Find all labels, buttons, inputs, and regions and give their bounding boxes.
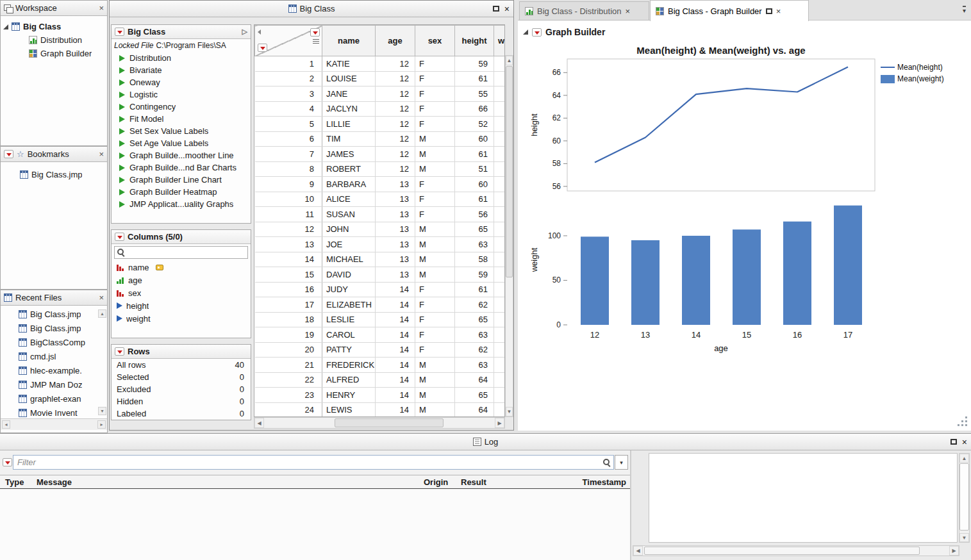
vscroll-thumb[interactable] [506,66,513,277]
column-item-age[interactable]: age [112,274,251,286]
scroll-down-icon[interactable]: ▼ [959,533,969,542]
log-col-message[interactable]: Message [37,477,72,487]
recent-file-item[interactable]: Movie Invent [1,406,108,417]
red-triangle-icon[interactable] [115,233,124,241]
table-script[interactable]: Fit Model [112,113,251,125]
rows-stat[interactable]: Selected 0 [112,371,251,383]
log-col-result[interactable]: Result [461,477,486,487]
log-col-origin[interactable]: Origin [424,477,448,487]
table-script[interactable]: Set Sex Value Labels [112,125,251,137]
grid-row[interactable]: 6TIM12M60 [255,131,506,147]
grid-row[interactable]: 18LESLIE14F65 [255,312,506,327]
log-hscrollbar[interactable]: ◀ ▶ [633,545,959,556]
grid-row[interactable]: 23HENRY14M65 [255,388,506,403]
table-script[interactable]: Graph Builde...nd Bar Charts [112,161,251,174]
column-item-sex[interactable]: sex [112,286,251,299]
grid-row[interactable]: 3JANE12F55 [255,86,506,102]
sidebar-hscrollbar[interactable]: ◂ ▸ [1,418,107,430]
red-triangle-icon[interactable] [310,28,320,37]
table-script[interactable]: Graph Builder Line Chart [112,174,251,186]
workspace-root-item[interactable]: Big Class [1,20,107,33]
tab-distribution[interactable]: Big Class - Distribution × [519,1,649,21]
filter-dropdown-button[interactable]: ▾ [615,455,628,470]
table-script[interactable]: Logistic [112,88,251,101]
grid-row[interactable]: 19CAROL14F63 [255,327,506,343]
scroll-left-icon[interactable]: ◀ [254,418,264,428]
log-titlebar[interactable]: Log × [0,434,971,450]
scroll-right-icon[interactable]: ▸ [97,420,106,429]
red-triangle-icon[interactable] [258,44,267,52]
maximize-tab-icon[interactable] [766,8,772,14]
tab-graph-builder[interactable]: Big Class - Graph Builder × [650,0,809,21]
log-filter-input[interactable] [13,455,614,470]
grid-col-age[interactable]: age [376,26,415,56]
scroll-up-icon[interactable]: ▲ [506,56,513,65]
grid-corner[interactable] [255,26,322,56]
columns-search-input[interactable] [128,248,245,258]
table-script[interactable]: Distribution [112,52,251,64]
red-triangle-icon[interactable] [4,150,13,158]
vscroll-thumb[interactable] [959,463,969,531]
red-triangle-icon[interactable] [115,347,124,356]
scroll-left-icon[interactable]: ◀ [633,546,643,556]
table-script[interactable]: Bivariate [112,64,251,76]
grid-col-w[interactable]: w [494,26,506,56]
maximize-icon[interactable] [493,6,499,12]
column-item-name[interactable]: name [112,261,251,274]
table-script[interactable]: Oneway [112,76,251,88]
close-icon[interactable]: × [99,149,104,159]
red-triangle-icon[interactable] [115,28,124,36]
rows-stat[interactable]: Excluded 0 [112,383,251,395]
grid-row[interactable]: 15DAVID13M59 [255,267,506,283]
red-triangle-icon[interactable] [3,458,12,466]
grid-row[interactable]: 24LEWIS14M64 [255,402,506,417]
workspace-item[interactable]: Distribution [1,33,107,47]
hscroll-thumb[interactable] [335,418,444,427]
recent-file-item[interactable]: Big Class.jmp [1,321,108,335]
table-script[interactable]: Set Age Value Labels [112,137,251,149]
grid-row[interactable]: 17ELIZABETH14F62 [255,297,506,313]
recent-file-item[interactable]: graphlet-exan [1,391,108,406]
grid-row[interactable]: 10ALICE13F61 [255,192,506,207]
grid-row[interactable]: 9BARBARA13F60 [255,177,506,192]
expand-triangle-icon[interactable] [3,24,8,29]
log-col-type[interactable]: Type [5,477,24,487]
grid-col-height[interactable]: height [455,26,494,56]
close-icon[interactable]: × [99,293,104,302]
scroll-down-icon[interactable]: ▾ [98,407,106,415]
scroll-down-icon[interactable]: ▼ [506,407,513,416]
close-tab-icon[interactable]: × [626,6,631,16]
grid-row[interactable]: 8ROBERT12M51 [255,161,506,177]
grid-vscrollbar[interactable]: ▲ ▼ [505,55,513,417]
grid-row[interactable]: 22ALFRED14M64 [255,372,506,388]
table-script[interactable]: JMP Applicat...uality Graphs [112,198,251,210]
grid-row[interactable]: 16JUDY14F61 [255,282,506,297]
column-item-height[interactable]: height [112,299,251,312]
collapse-left-icon[interactable] [258,29,261,35]
recent-file-item[interactable]: JMP Man Doz [1,377,108,391]
table-script[interactable]: Graph Builder Heatmap [112,186,251,198]
grid-row[interactable]: 20PATTY14F62 [255,342,506,358]
log-col-timestamp[interactable]: Timestamp [583,477,626,487]
columns-search-box[interactable] [114,246,248,259]
rows-stat[interactable]: Hidden 0 [112,395,251,408]
recent-file-item[interactable]: BigClassComp [1,335,108,349]
recent-file-item[interactable]: hlec-example. [1,363,108,377]
grid-row[interactable]: 7JAMES12M61 [255,147,506,162]
table-script[interactable]: Graph Builde...moother Line [112,149,251,161]
table-script[interactable]: Contingency [112,101,251,113]
tab-list-icon[interactable]: ▾ [963,6,966,14]
grid-row[interactable]: 12JOHN13M65 [255,222,506,237]
grid-row[interactable]: 1KATIE12F59 [255,56,506,72]
grid-row[interactable]: 21FREDERICK14M63 [255,358,506,373]
scroll-left-icon[interactable]: ◂ [2,420,10,429]
recent-file-item[interactable]: Big Class.jmp [1,307,108,321]
grid-row[interactable]: 13JOE13M63 [255,237,506,252]
log-vscrollbar[interactable]: ▲ ▼ [959,453,970,543]
grid-row[interactable]: 4JACLYN12F66 [255,101,506,117]
close-icon[interactable]: × [504,4,510,13]
log-text-area[interactable] [649,453,958,543]
grid-row[interactable]: 5LILLIE12F52 [255,117,506,132]
recent-file-item[interactable]: cmd.jsl [1,349,108,363]
grid-col-sex[interactable]: sex [415,26,455,56]
